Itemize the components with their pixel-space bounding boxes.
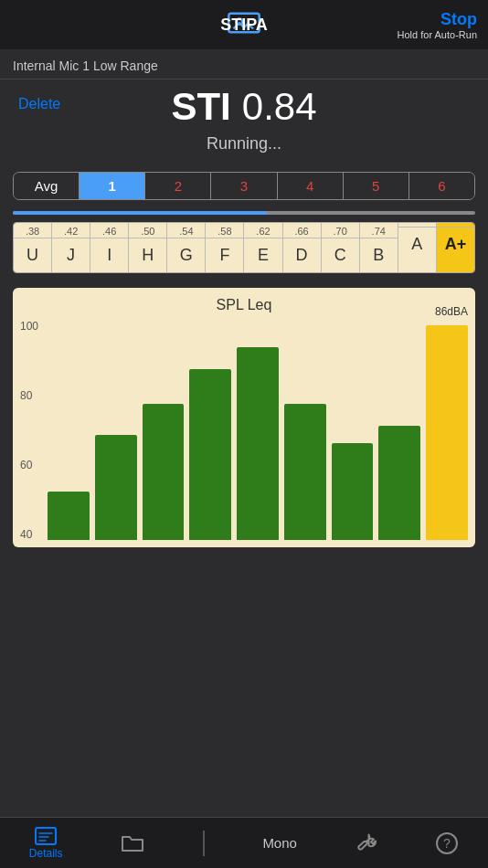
bar-7 [332,443,374,540]
progress-wrap [0,207,488,222]
chart-y-labels: 100 80 60 40 [20,321,40,540]
nav-details-label: Details [29,847,63,860]
sti-value-row: STI 0.84 [171,85,316,129]
sti-section: Delete STI 0.84 Running... [0,79,488,172]
progress-bar-bg [13,211,475,215]
grade-score-j: .42 [64,223,78,238]
grade-col-c: .70 C [322,223,360,272]
bar-value-label: 86dBA [435,305,468,318]
grade-letter-aplus: A+ [445,228,467,261]
app-title: STIPA [220,16,268,35]
bar-9: 86dBA [426,325,468,540]
nav-help[interactable]: ? [435,831,459,855]
grade-score-c: .70 [334,223,347,238]
grade-score-b: .74 [372,223,386,238]
bar-3 [143,404,185,540]
header: STIPA Stop Hold for Auto-Run [0,0,488,49]
grade-col-d: .66 D [283,223,322,272]
tab-4[interactable]: 4 [278,173,344,199]
bottom-nav: Details Mono ? [0,817,488,868]
chart-bars: 86dBA [48,321,468,540]
grade-letter-b: B [373,238,384,272]
grade-score-u: .38 [26,223,39,238]
grade-letter-g: G [180,238,193,272]
grade-score-d: .66 [294,223,308,238]
sti-label: STI [171,85,230,129]
grade-score-f: .58 [217,223,231,238]
tabs-container: Avg 1 2 3 4 5 6 [0,172,488,200]
mic-label: Internal Mic 1 Low Range [13,58,158,73]
svg-rect-3 [36,828,56,844]
nav-mono[interactable]: Mono [262,835,297,851]
tab-1[interactable]: 1 [80,173,145,199]
grade-letter-a: A [411,228,422,261]
grade-letter-i: I [107,238,111,272]
grade-letter-u: U [27,238,38,272]
bar-8 [378,426,420,540]
tab-avg[interactable]: Avg [14,173,80,199]
y-label-40: 40 [20,529,38,540]
bar-2 [95,435,137,540]
grade-score-e: .62 [256,223,270,238]
grade-col-i: .46 I [90,223,129,272]
grade-letter-d: D [296,238,308,272]
stop-button-wrap: Stop Hold for Auto-Run [398,10,477,40]
grade-col-a: A [398,223,437,272]
tab-5[interactable]: 5 [344,173,409,199]
grade-letter-j: J [67,238,75,272]
grade-score-g: .54 [179,223,193,238]
chart-section: SPL Leq 100 80 60 40 86dBA [13,288,475,547]
delete-button[interactable]: Delete [18,96,60,112]
bar-6 [284,404,326,540]
tab-6[interactable]: 6 [409,173,474,199]
y-label-80: 80 [20,390,38,401]
y-label-100: 100 [20,321,38,332]
progress-bar-fill [13,211,267,215]
nav-divider [203,831,205,856]
bar-5 [237,347,279,540]
grade-table: .38 U .42 J .46 I .50 H .54 G .58 F [13,222,475,273]
grade-letter-h: H [142,238,154,272]
stop-button[interactable]: Stop [440,10,477,29]
nav-wrench[interactable] [355,832,377,854]
running-status: Running... [207,134,281,153]
y-label-60: 60 [20,460,38,471]
grade-col-e: .62 E [244,223,282,272]
tab-3[interactable]: 3 [211,173,277,199]
grade-col-f: .58 F [206,223,244,272]
svg-text:?: ? [443,836,451,851]
grade-score-h: .50 [141,223,154,238]
grade-col-b: .74 B [360,223,398,272]
grade-letter-f: F [219,238,229,272]
nav-folder[interactable] [121,833,144,853]
grade-letter-c: C [334,238,346,272]
grade-col-u: .38 U [14,223,52,272]
tabs-row: Avg 1 2 3 4 5 6 [13,172,475,200]
auto-run-label: Hold for Auto-Run [398,29,477,40]
sub-header: Internal Mic 1 Low Range [0,49,488,79]
grade-col-h: .50 H [129,223,167,272]
grade-score-i: .46 [102,223,116,238]
grade-table-wrap: .38 U .42 J .46 I .50 H .54 G .58 F [0,222,488,273]
bar-1 [48,492,90,540]
sti-value: 0.84 [242,85,317,129]
grade-letter-e: E [258,238,269,272]
tab-2[interactable]: 2 [145,173,211,199]
chart-title: SPL Leq [20,297,468,313]
grade-col-aplus: A+ [437,223,474,272]
mono-label: Mono [262,835,297,851]
bar-4 [189,369,231,540]
grade-col-g: .54 G [167,223,206,272]
chart-area: 100 80 60 40 86dBA [20,321,468,540]
grade-col-j: .42 J [52,223,90,272]
nav-details[interactable]: Details [29,827,63,860]
